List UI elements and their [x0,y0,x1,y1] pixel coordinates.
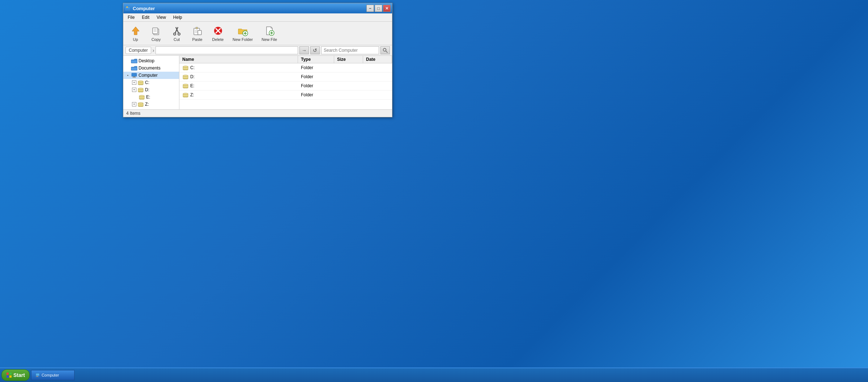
svg-rect-59 [7,375,9,378]
paste-button[interactable]: Paste [187,23,207,43]
menu-edit[interactable]: Edit [139,14,152,21]
svg-rect-30 [132,73,137,76]
col-header-name[interactable]: Name [179,56,298,63]
paste-icon [192,25,203,37]
tree-item-desktop[interactable]: Desktop [123,57,179,64]
tree-label-d: D: [145,87,149,92]
refresh-button[interactable]: ↺ [310,46,320,54]
svg-rect-57 [7,373,9,375]
svg-point-38 [138,88,143,89]
up-icon [130,25,141,37]
address-input[interactable] [156,46,298,54]
menu-view[interactable]: View [154,14,169,21]
svg-point-56 [183,93,188,95]
tree-item-e[interactable]: E: [123,93,179,101]
taskbar-window-label: Computer [42,373,59,377]
tree-label-e: E: [146,95,150,100]
svg-rect-61 [36,373,39,376]
file-size-e [334,85,363,87]
svg-rect-1 [125,8,130,11]
file-row-c[interactable]: C: Folder [179,63,392,72]
col-header-date[interactable]: Date [363,56,392,63]
maximize-button[interactable]: □ [375,5,382,12]
up-button[interactable]: Up [125,23,145,43]
tree-item-computer[interactable]: ▪ Computer [123,72,179,79]
file-size-d [334,76,363,77]
folder-documents-icon [131,65,137,71]
status-text: 4 Items [126,111,140,116]
new-folder-label: New Folder [233,37,253,42]
drive-z-file-icon [182,92,189,97]
new-file-label: New File [261,37,277,42]
tree-item-d[interactable]: + D: [123,86,179,93]
file-type-e: Folder [298,83,334,89]
expand-z[interactable]: + [132,102,136,106]
cut-icon [171,25,183,37]
svg-rect-62 [37,376,38,377]
file-row-e[interactable]: E: Folder [179,81,392,91]
drive-c-icon [137,80,144,85]
file-name-d: D: [179,74,298,80]
new-file-button[interactable]: New File [258,23,281,43]
file-row-z[interactable]: Z: Folder [179,91,392,100]
close-button[interactable]: ✕ [383,5,391,12]
menu-file[interactable]: File [125,14,137,21]
svg-line-29 [386,51,387,53]
col-header-size[interactable]: Size [334,56,363,63]
svg-point-47 [183,66,188,67]
taskbar-window-button[interactable]: Computer [31,370,75,380]
start-button[interactable]: Start [1,369,30,381]
minimize-button[interactable]: − [366,5,374,12]
expand-d[interactable]: + [132,88,136,92]
address-go-button[interactable]: → [299,46,309,54]
title-bar: Computer − □ ✕ [123,3,392,13]
status-bar: 4 Items [123,109,392,117]
new-folder-button[interactable]: New Folder [229,23,257,43]
file-name-z: Z: [179,92,298,98]
menu-help[interactable]: Help [170,14,185,21]
up-label: Up [133,37,138,42]
tree-item-documents[interactable]: Documents [123,64,179,72]
taskbar: Start Computer [0,368,868,382]
expand-computer[interactable]: ▪ [125,72,131,78]
paste-label: Paste [192,37,202,42]
address-bar: Computer › → ↺ [123,45,392,56]
tree-item-c[interactable]: + C: [123,79,179,86]
svg-point-11 [174,33,176,35]
search-button[interactable] [380,46,390,54]
svg-point-53 [183,84,188,85]
file-size-z [334,94,363,96]
cut-button[interactable]: Cut [167,23,187,43]
expand-documents [125,65,131,71]
svg-rect-63 [36,377,39,377]
tree-panel: Desktop Documents ▪ [123,56,179,109]
start-label: Start [13,372,25,378]
svg-rect-32 [132,77,136,78]
col-header-type[interactable]: Type [298,56,334,63]
toolbar: Up Copy [123,22,392,45]
main-content: Desktop Documents ▪ [123,56,392,109]
drive-z-icon [137,101,144,107]
file-date-z [363,94,392,96]
drive-c-file-icon [182,65,189,70]
delete-label: Delete [212,37,224,42]
copy-button[interactable]: Copy [146,23,166,43]
svg-rect-14 [196,27,198,29]
drive-e-file-icon [182,83,189,88]
file-list: C: Folder [179,63,392,109]
expand-c[interactable]: + [132,80,136,85]
delete-button[interactable]: Delete [208,23,228,43]
delete-icon [212,25,224,37]
expand-desktop [125,58,131,64]
start-logo-icon [6,372,12,378]
file-row-d[interactable]: D: Folder [179,72,392,81]
file-date-d [363,76,392,77]
search-input[interactable] [321,46,379,54]
svg-point-50 [183,75,188,76]
tree-item-z[interactable]: + Z: [123,101,179,108]
svg-rect-5 [153,28,158,34]
drive-e-icon [139,94,145,100]
file-column-headers: Name Type Size Date [179,56,392,63]
tree-label-c: C: [145,80,149,85]
address-location[interactable]: Computer [125,47,151,54]
